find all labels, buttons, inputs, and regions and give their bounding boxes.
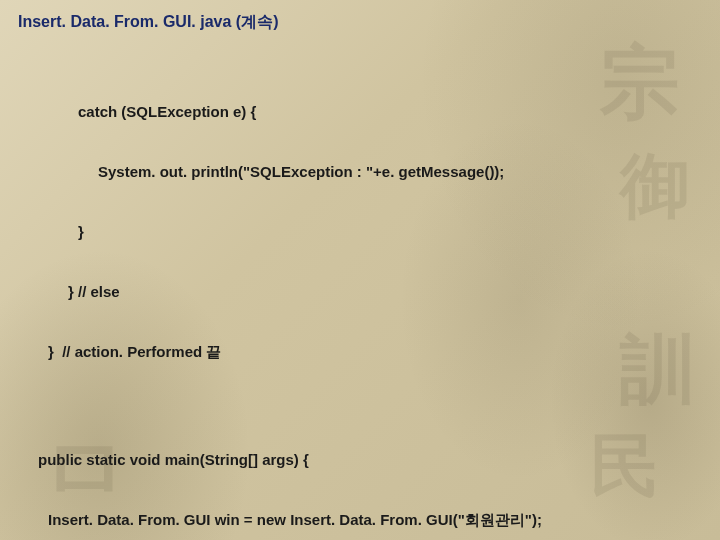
slide-title: Insert. Data. From. GUI. java (계속)	[18, 12, 702, 33]
code-line: } // action. Performed 끝	[18, 337, 702, 367]
code-block: catch (SQLException e) { System. out. pr…	[18, 67, 702, 540]
code-line: public static void main(String[] args) {	[18, 445, 702, 475]
code-line: catch (SQLException e) {	[18, 97, 702, 127]
code-line: }	[18, 217, 702, 247]
code-line: System. out. println("SQLException : "+e…	[18, 157, 702, 187]
code-line: } // else	[18, 277, 702, 307]
code-line: Insert. Data. From. GUI win = new Insert…	[18, 505, 702, 535]
slide-content: Insert. Data. From. GUI. java (계속) catch…	[0, 0, 720, 540]
